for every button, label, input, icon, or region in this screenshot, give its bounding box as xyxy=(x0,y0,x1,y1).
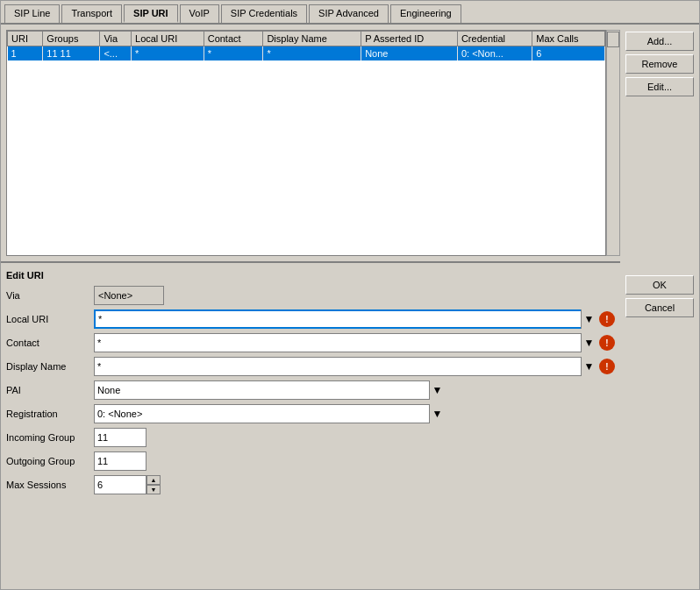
tab-transport[interactable]: Transport xyxy=(61,4,122,23)
uri-table-container[interactable]: URI Groups Via Local URI Contact Display… xyxy=(6,30,606,256)
cell-local-uri: * xyxy=(132,46,204,61)
pai-select-wrapper: None ▼ xyxy=(94,380,445,400)
col-groups: Groups xyxy=(43,32,100,46)
outgoing-group-row: Outgoing Group xyxy=(6,451,615,471)
col-contact: Contact xyxy=(204,32,263,46)
local-uri-select-wrapper: ▼ xyxy=(94,309,596,329)
pai-row: PAI None ▼ xyxy=(6,380,615,400)
contact-input[interactable] xyxy=(94,333,596,352)
display-name-input-wrapper: ▼ ! xyxy=(94,357,615,376)
col-p-asserted-id: P Asserted ID xyxy=(361,32,458,46)
col-max-calls: Max Calls xyxy=(532,32,605,46)
ok-cancel-panel: OK Cancel xyxy=(620,261,699,589)
tab-sip-uri[interactable]: SIP URI xyxy=(124,4,178,23)
contact-input-wrapper: ▼ ! xyxy=(94,333,615,352)
cell-display-name: * xyxy=(263,46,361,61)
cell-max-calls: 6 xyxy=(532,46,605,61)
display-name-select-wrapper: ▼ xyxy=(94,357,596,376)
registration-label: Registration xyxy=(6,409,94,419)
display-name-input[interactable] xyxy=(94,357,596,376)
cell-groups: 11 11 xyxy=(43,46,100,61)
local-uri-row: Local URI ▼ ! xyxy=(6,309,615,329)
max-sessions-row: Max Sessions ▲ ▼ xyxy=(6,475,615,494)
cell-credential: 0: <Non... xyxy=(457,46,532,61)
table-row[interactable]: 1 11 11 <... * * * None 0: <Non... 6 xyxy=(8,46,605,61)
col-uri: URI xyxy=(8,32,43,46)
contact-info-icon: ! xyxy=(599,335,615,351)
remove-button[interactable]: Remove xyxy=(625,54,694,74)
tab-engineering[interactable]: Engineering xyxy=(390,4,461,23)
pai-label: PAI xyxy=(6,385,94,395)
col-credential: Credential xyxy=(457,32,532,46)
local-uri-label: Local URI xyxy=(6,314,94,324)
contact-select-wrapper: ▼ xyxy=(94,333,596,352)
outgoing-group-label: Outgoing Group xyxy=(6,456,94,466)
vertical-scrollbar[interactable] xyxy=(606,30,620,256)
spinner-down-button[interactable]: ▼ xyxy=(146,485,161,494)
tab-sip-credentials[interactable]: SIP Credentials xyxy=(221,4,307,23)
cell-via: <... xyxy=(100,46,132,61)
edit-uri-section: Edit URI Via <None> Local URI ▼ ! xyxy=(1,261,620,589)
edit-uri-title: Edit URI xyxy=(6,270,615,281)
table-section: URI Groups Via Local URI Contact Display… xyxy=(1,25,606,261)
local-uri-info-icon: ! xyxy=(599,311,615,327)
cancel-button[interactable]: Cancel xyxy=(625,298,694,317)
display-name-label: Display Name xyxy=(6,361,94,372)
cell-uri: 1 xyxy=(8,46,43,61)
ok-button[interactable]: OK xyxy=(625,275,694,295)
contact-row: Contact ▼ ! xyxy=(6,333,615,352)
col-local-uri: Local URI xyxy=(132,32,204,46)
registration-select-wrapper: 0: <None> ▼ xyxy=(94,404,445,423)
col-via: Via xyxy=(100,32,132,46)
cell-contact: * xyxy=(204,46,263,61)
contact-label: Contact xyxy=(6,338,94,348)
via-value: <None> xyxy=(94,286,164,305)
outgoing-group-input[interactable] xyxy=(94,451,146,471)
via-row: Via <None> xyxy=(6,286,615,305)
incoming-group-label: Incoming Group xyxy=(6,432,94,443)
tab-voip[interactable]: VoIP xyxy=(180,4,219,23)
incoming-group-input[interactable] xyxy=(94,428,146,447)
cell-p-asserted-id: None xyxy=(361,46,458,61)
tab-sip-advanced[interactable]: SIP Advanced xyxy=(309,4,389,23)
edit-button[interactable]: Edit... xyxy=(625,77,694,96)
display-name-row: Display Name ▼ ! xyxy=(6,357,615,376)
local-uri-input[interactable] xyxy=(94,309,596,329)
col-display-name: Display Name xyxy=(263,32,361,46)
via-label: Via xyxy=(6,290,94,301)
tab-sip-line[interactable]: SIP Line xyxy=(4,4,60,23)
main-window: SIP Line Transport SIP URI VoIP SIP Cred… xyxy=(0,0,700,590)
spinner-up-button[interactable]: ▲ xyxy=(146,475,161,485)
tab-bar: SIP Line Transport SIP URI VoIP SIP Cred… xyxy=(1,1,699,25)
local-uri-input-wrapper: ▼ ! xyxy=(94,309,615,329)
max-sessions-input[interactable] xyxy=(94,475,146,494)
incoming-group-row: Incoming Group xyxy=(6,428,615,447)
registration-row: Registration 0: <None> ▼ xyxy=(6,404,615,423)
scroll-thumb[interactable] xyxy=(607,32,619,47)
uri-table: URI Groups Via Local URI Contact Display… xyxy=(7,31,605,60)
spinner-controls: ▲ ▼ xyxy=(146,475,161,494)
action-buttons-panel: Add... Remove Edit... xyxy=(620,25,699,261)
max-sessions-spinner: ▲ ▼ xyxy=(94,475,161,494)
registration-select[interactable]: 0: <None> xyxy=(94,404,445,423)
max-sessions-label: Max Sessions xyxy=(6,480,94,490)
pai-select[interactable]: None xyxy=(94,380,445,400)
display-name-info-icon: ! xyxy=(599,359,615,374)
add-button[interactable]: Add... xyxy=(625,32,694,51)
